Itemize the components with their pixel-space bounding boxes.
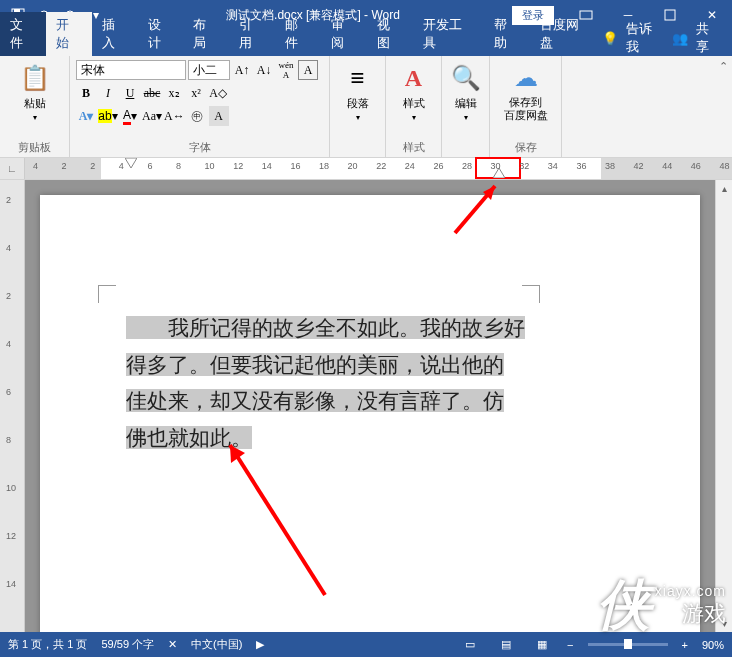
tab-layout[interactable]: 布局 [183, 12, 229, 56]
tab-references[interactable]: 引用 [229, 12, 275, 56]
document-area: 242468101214 我所记得的故乡全不如此。我的故乡好 得多了。但要我记起… [0, 180, 732, 632]
text-line[interactable]: 得多了。但要我记起他的美丽，说出他的 [126, 353, 504, 376]
editing-label: 编辑 [455, 96, 477, 111]
tab-design[interactable]: 设计 [138, 12, 184, 56]
language[interactable]: 中文(中国) [191, 637, 242, 652]
margin-corner [98, 285, 116, 303]
find-icon: 🔍 [450, 62, 482, 94]
superscript-button[interactable]: x² [186, 83, 206, 103]
zoom-slider[interactable] [588, 643, 668, 646]
macro-icon[interactable]: ▶ [256, 638, 264, 651]
text-line[interactable]: 佳处来，却又没有影像，没有言辞了。仿 [126, 389, 504, 412]
word-count[interactable]: 59/59 个字 [101, 637, 154, 652]
group-paragraph [336, 141, 379, 155]
save-baidu-button[interactable]: ☁ 保存到 百度网盘 [496, 60, 555, 124]
tab-mail[interactable]: 邮件 [275, 12, 321, 56]
zoom-value[interactable]: 90% [702, 639, 724, 651]
grow-font-icon[interactable]: A↑ [232, 60, 252, 80]
ribbon: 📋 粘贴 ▾ 剪贴板 A↑ A↓ wénA A B I U abc x₂ x² [0, 56, 732, 158]
char-shading-icon[interactable]: A [209, 106, 229, 126]
tab-baidu[interactable]: 百度网盘 [530, 12, 602, 56]
text-effects-icon[interactable]: A▾ [76, 106, 96, 126]
tab-file[interactable]: 文件 [0, 12, 46, 56]
tellme-label[interactable]: 告诉我 [626, 20, 665, 56]
italic-button[interactable]: I [98, 83, 118, 103]
text-line[interactable]: 我所记得的故乡全不如此。我的故乡好 [126, 316, 525, 339]
highlight-icon[interactable]: ab▾ [98, 106, 118, 126]
share-label[interactable]: 共享 [696, 20, 722, 56]
font-name-select[interactable] [76, 60, 186, 80]
paragraph-icon: ≡ [342, 62, 374, 94]
web-layout-icon[interactable]: ▦ [531, 636, 553, 654]
change-case-icon[interactable]: Aa▾ [142, 106, 162, 126]
tab-home[interactable]: 开始 [46, 12, 92, 56]
paste-label: 粘贴 [24, 96, 46, 111]
char-border-icon[interactable]: A [298, 60, 318, 80]
group-clipboard: 剪贴板 [6, 138, 63, 155]
tellme-icon[interactable]: 💡 [602, 31, 618, 46]
vertical-scrollbar[interactable]: ▴ ▾ [715, 180, 732, 632]
strike-button[interactable]: abc [142, 83, 162, 103]
phonetic-icon[interactable]: wénA [276, 60, 296, 80]
paragraph-button[interactable]: ≡ 段落 ▾ [336, 60, 379, 124]
page[interactable]: 我所记得的故乡全不如此。我的故乡好 得多了。但要我记起他的美丽，说出他的 佳处来… [40, 195, 700, 632]
zoom-out-button[interactable]: − [567, 639, 573, 651]
group-font: 字体 [76, 138, 323, 155]
zoom-in-button[interactable]: + [682, 639, 688, 651]
vertical-ruler[interactable]: 242468101214 [0, 180, 25, 632]
document-body[interactable]: 我所记得的故乡全不如此。我的故乡好 得多了。但要我记起他的美丽，说出他的 佳处来… [126, 310, 526, 457]
first-line-indent-icon[interactable] [125, 158, 137, 168]
ribbon-tabs: 文件 开始 插入 设计 布局 引用 邮件 审阅 视图 开发工具 帮助 百度网盘 … [0, 30, 732, 56]
spellcheck-icon[interactable]: ✕ [168, 638, 177, 651]
group-styles: 样式 [392, 138, 435, 155]
paste-button[interactable]: 📋 粘贴 ▾ [6, 60, 63, 124]
bold-button[interactable]: B [76, 83, 96, 103]
tab-view[interactable]: 视图 [367, 12, 413, 56]
group-save: 保存 [496, 138, 555, 155]
save-baidu-label: 保存到 百度网盘 [504, 96, 548, 122]
scroll-up-icon[interactable]: ▴ [716, 180, 732, 197]
svg-rect-3 [665, 10, 675, 20]
char-width-icon[interactable]: A↔ [164, 106, 185, 126]
print-layout-icon[interactable]: ▤ [495, 636, 517, 654]
font-size-select[interactable] [188, 60, 230, 80]
cloud-icon: ☁ [510, 62, 542, 94]
text-line[interactable]: 佛也就如此。 [126, 426, 252, 449]
ruler-corner[interactable]: ∟ [0, 158, 25, 179]
styles-label: 样式 [403, 96, 425, 111]
underline-button[interactable]: U [120, 83, 140, 103]
tab-insert[interactable]: 插入 [92, 12, 138, 56]
horizontal-ruler[interactable]: ∟ 42246810121416182022242628303234363842… [0, 158, 732, 180]
styles-button[interactable]: A 样式 ▾ [392, 60, 435, 124]
editing-button[interactable]: 🔍 编辑 ▾ [448, 60, 483, 124]
clipboard-icon: 📋 [19, 62, 51, 94]
share-icon[interactable]: 👥 [672, 31, 688, 46]
paragraph-label: 段落 [347, 96, 369, 111]
styles-icon: A [398, 62, 430, 94]
shrink-font-icon[interactable]: A↓ [254, 60, 274, 80]
statusbar: 第 1 页，共 1 页 59/59 个字 ✕ 中文(中国) ▶ ▭ ▤ ▦ − … [0, 632, 732, 657]
page-count[interactable]: 第 1 页，共 1 页 [8, 637, 87, 652]
tab-help[interactable]: 帮助 [484, 12, 530, 56]
tab-dev[interactable]: 开发工具 [413, 12, 485, 56]
font-color-icon[interactable]: A▾ [120, 106, 140, 126]
subscript-button[interactable]: x₂ [164, 83, 184, 103]
collapse-ribbon-icon[interactable]: ⌃ [719, 60, 728, 73]
clear-format-icon[interactable]: A◇ [208, 83, 228, 103]
read-mode-icon[interactable]: ▭ [459, 636, 481, 654]
scroll-down-icon[interactable]: ▾ [716, 615, 732, 632]
tab-review[interactable]: 审阅 [321, 12, 367, 56]
margin-corner [522, 285, 540, 303]
enclose-icon[interactable]: ㊥ [187, 106, 207, 126]
